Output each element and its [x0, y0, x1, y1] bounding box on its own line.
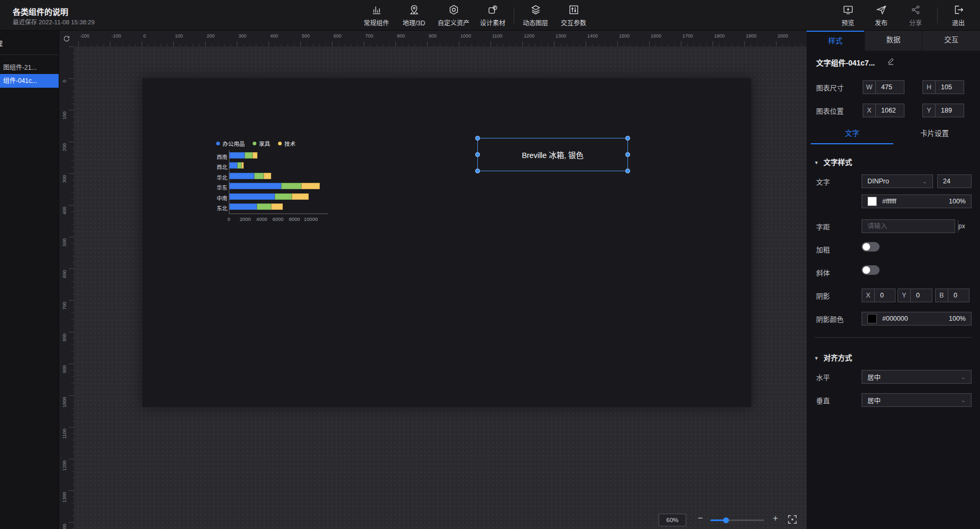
h-ruler-label: 2000: [778, 33, 788, 39]
letter-spacing-control: px: [862, 219, 955, 233]
v-ruler-label: 0: [62, 80, 67, 82]
bar-segment-技术: [301, 183, 320, 189]
share-nodes-icon: [910, 4, 921, 15]
height-prefix: H: [923, 81, 936, 94]
toolbar-item-label: 交互参数: [551, 18, 596, 27]
y-field[interactable]: Y 189: [922, 104, 964, 117]
color-swatch[interactable]: [867, 314, 877, 323]
bar-segment-技术: [242, 162, 244, 169]
tab-interaction[interactable]: 交互: [922, 31, 980, 51]
shadow-blur-field[interactable]: B 0: [935, 289, 969, 302]
edit-name-button[interactable]: [887, 57, 895, 66]
text-style-section-header[interactable]: ▼文字样式: [814, 156, 852, 167]
align-section-header[interactable]: ▼对齐方式: [814, 352, 852, 363]
chevron-down-icon: ⌄: [961, 397, 966, 404]
italic-toggle[interactable]: [862, 265, 880, 275]
size-label: 图表尺寸: [816, 82, 844, 92]
divider: [0, 54, 59, 55]
fit-to-screen-button[interactable]: [787, 514, 798, 525]
layers-panel: 理 图组件-21... 组件-041c...: [0, 31, 59, 529]
shadow-color-hex: #000000: [882, 315, 908, 322]
y-value: 189: [936, 107, 964, 114]
toolbar-item-custom-assets[interactable]: 自定义资产: [431, 4, 476, 27]
bar-segment-家具: [257, 203, 271, 210]
zoom-slider-thumb[interactable]: [723, 517, 729, 523]
toggle-knob: [863, 266, 870, 274]
zoom-slider[interactable]: [710, 519, 764, 521]
x-field[interactable]: X 1062: [863, 104, 904, 117]
legend-item[interactable]: 家具: [253, 140, 270, 147]
tab-style[interactable]: 样式: [807, 31, 864, 51]
width-field[interactable]: W 475: [863, 80, 904, 94]
resize-handle-bottom-right[interactable]: [625, 169, 630, 173]
shadow-x-prefix: X: [862, 289, 875, 302]
font-family-select[interactable]: DINPro ⌄: [862, 174, 933, 188]
sliders-icon: [568, 4, 579, 15]
height-field[interactable]: H 105: [922, 80, 964, 94]
artboard[interactable]: 办公用品家具技术 西南西北华北华东中南东北 020004000600080001…: [142, 78, 751, 407]
bar-row: [229, 183, 320, 189]
letter-spacing-input[interactable]: [862, 220, 958, 233]
chart-x-tick: 6000: [272, 216, 283, 222]
legend-item[interactable]: 办公用品: [216, 140, 245, 147]
component-name: 文字组件-041c7...: [816, 57, 875, 68]
font-size-field[interactable]: 24: [937, 174, 972, 188]
bar-segment-办公用品: [229, 183, 281, 189]
h-ruler-label: 1800: [714, 33, 725, 39]
resize-handle-mid-left[interactable]: [475, 152, 480, 157]
v-ruler-label: 900: [62, 365, 67, 373]
share-button[interactable]: 分享: [893, 4, 938, 27]
zoom-level-input[interactable]: [659, 514, 686, 526]
shadow-color-field[interactable]: #000000 100%: [862, 312, 972, 326]
layer-item-chart[interactable]: 图组件-21...: [0, 61, 59, 75]
horizontal-align-select[interactable]: 居中 ⌄: [862, 370, 972, 384]
text-component-selected[interactable]: Breville 冰箱, 银色: [477, 138, 628, 171]
paper-plane-icon: [876, 4, 887, 15]
legend-item[interactable]: 技术: [278, 140, 295, 147]
chart-x-tick: 4000: [256, 216, 267, 222]
zoom-in-button[interactable]: +: [771, 513, 780, 524]
toolbar-item-design-assets[interactable]: 设计素材: [470, 4, 515, 27]
resize-handle-top-right[interactable]: [625, 136, 630, 141]
shadow-x-field[interactable]: X 0: [862, 289, 895, 302]
v-ruler-label: 1200: [62, 460, 67, 471]
resize-handle-mid-right[interactable]: [625, 152, 630, 157]
horizontal-align-label: 水平: [816, 372, 830, 382]
h-ruler-label: 1300: [556, 33, 566, 39]
shadow-blur-prefix: B: [936, 289, 948, 302]
bold-label: 加粗: [816, 244, 830, 254]
vertical-align-select[interactable]: 居中 ⌄: [862, 393, 972, 407]
v-ruler-label: 300: [62, 175, 67, 183]
h-ruler-label: 800: [397, 33, 405, 39]
color-swatch[interactable]: [867, 197, 877, 206]
toolbar-item-geo3d[interactable]: 地理/3D: [392, 4, 436, 27]
toolbar-item-interaction-params[interactable]: 交互参数: [551, 4, 596, 27]
chart-x-tick: 0: [227, 216, 230, 222]
section-title: 对齐方式: [824, 354, 852, 362]
h-ruler-label: 1200: [524, 33, 534, 39]
italic-label: 斜体: [816, 267, 830, 277]
toggle-knob: [863, 243, 870, 250]
h-ruler-label: 900: [429, 33, 437, 39]
canvas-workspace[interactable]: 办公用品家具技术 西南西北华北华东中南东北 020004000600080001…: [59, 31, 807, 529]
bold-toggle[interactable]: [862, 242, 880, 252]
h-ruler-label: -200: [80, 33, 89, 39]
subtab-text[interactable]: 文字: [811, 126, 893, 142]
bar-row: [229, 162, 244, 169]
bar-segment-技术: [264, 173, 271, 179]
subtab-card-settings[interactable]: 卡片设置: [893, 126, 976, 142]
letter-spacing-unit: px: [958, 220, 965, 233]
h-ruler-label: 1100: [492, 33, 502, 39]
bar-segment-家具: [237, 162, 242, 169]
inspector-subtabs: 文字 卡片设置: [811, 126, 976, 145]
resize-handle-top-left[interactable]: [475, 136, 480, 141]
zoom-out-button[interactable]: −: [696, 513, 705, 524]
resize-handle-bottom-left[interactable]: [475, 169, 480, 173]
tab-data[interactable]: 数据: [864, 31, 922, 51]
shadow-y-field[interactable]: Y 0: [898, 289, 932, 302]
layer-item-text-selected[interactable]: 组件-041c...: [0, 74, 59, 88]
font-color-field[interactable]: #ffffff 100%: [862, 194, 972, 208]
stacked-bar-chart-component[interactable]: 办公用品家具技术 西南西北华北华东中南东北 020004000600080001…: [214, 138, 341, 226]
refresh-icon[interactable]: [62, 34, 71, 43]
exit-button[interactable]: 退出: [936, 4, 980, 27]
